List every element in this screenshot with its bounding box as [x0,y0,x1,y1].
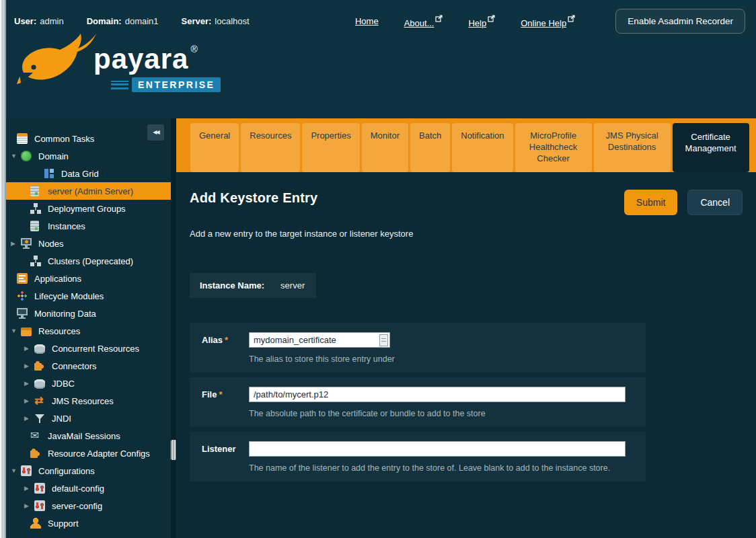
sidebar-item-applications[interactable]: Applications [6,270,171,287]
sidebar-item-common-tasks[interactable]: Common Tasks [6,130,171,147]
db-icon [34,344,45,354]
puzzle-icon [30,451,38,458]
expander-down-icon[interactable]: ▼ [10,467,21,474]
sidebar-item-label: JNDI [52,414,71,424]
nodes-icon [21,238,32,249]
server-icon [30,186,39,196]
sidebar-collapse-button[interactable]: ◀◀ [147,124,164,141]
sidebar-splitter[interactable] [171,118,176,538]
sidebar-item-configurations[interactable]: ▼Configurations [6,462,171,479]
sidebar-item-label: Applications [34,274,81,284]
expander-down-icon[interactable]: ▼ [10,153,21,159]
sidebar-item-label: default-config [52,484,104,494]
sidebar-item-label: server-config [52,501,102,511]
sliders-icon [34,483,45,494]
splitter-grip-icon[interactable] [171,440,176,460]
sidebar-item-deployment-groups[interactable]: Deployment Groups [6,200,171,217]
sidebar-item-server-config[interactable]: ▶server-config [6,497,171,514]
domain-label: Domain: [87,16,122,26]
sliders-icon [21,465,32,476]
box-icon [21,328,32,336]
navigation-tree: Common Tasks▼DomainData Gridserver (Admi… [6,118,171,532]
submit-button[interactable]: Submit [624,190,678,215]
sidebar-item-domain[interactable]: ▼Domain [6,147,171,165]
external-link-icon [568,15,575,22]
combobox-button-icon[interactable] [379,334,388,346]
field-help-text: The absolute path to the certificate or … [249,409,646,418]
sidebar-item-label: Resources [38,326,80,336]
tab-general[interactable]: General [190,123,239,172]
sidebar-item-label: Clusters (Deprecated) [48,256,133,266]
link-about[interactable]: About... [404,15,443,28]
sidebar-item-connectors[interactable]: ▶Connectors [6,357,171,375]
external-link-icon [435,15,443,22]
sidebar-item-monitoring-data[interactable]: Monitoring Data [6,305,171,322]
sidebar-item-concurrent-resources[interactable]: ▶Concurrent Resources [6,340,171,357]
expander-right-icon[interactable]: ▶ [24,415,34,422]
cluster-icon [30,256,41,266]
link-help[interactable]: Help [468,15,495,28]
window-edge-scrollbar[interactable] [0,0,6,538]
registered-mark: ® [190,44,198,54]
expander-right-icon[interactable]: ▶ [24,397,34,404]
sidebar-item-label: JDBC [52,379,75,389]
listener-input[interactable] [249,441,626,457]
payara-logo: payara® ENTERPRISE [17,32,221,97]
expander-right-icon[interactable]: ▶ [24,485,34,492]
tab-certificate-management[interactable]: Certificate Management [673,123,749,172]
person-icon [30,518,41,529]
globe-icon [21,151,32,161]
tab-microprofile-healthcheck-checker[interactable]: MicroProfile Healthcheck Checker [515,123,592,172]
sidebar-item-clusters-deprecated[interactable]: Clusters (Deprecated) [6,252,171,270]
expander-right-icon[interactable]: ▶ [24,380,34,387]
tab-jms-physical-destinations[interactable]: JMS Physical Destinations [594,123,671,172]
expander-right-icon[interactable]: ▶ [24,362,34,369]
tab-notification[interactable]: Notification [452,123,513,172]
sidebar-item-label: JMS Resources [52,396,114,406]
tab-batch[interactable]: Batch [410,123,450,172]
link-label: About... [404,18,434,28]
sidebar-item-instances[interactable]: Instances [6,217,171,235]
sidebar-item-label: Lifecycle Modules [34,291,104,301]
alias-input[interactable] [249,332,390,348]
server-icon [30,221,39,231]
cancel-button[interactable]: Cancel [687,190,743,215]
tab-properties[interactable]: Properties [302,123,359,172]
sidebar-item-lifecycle-modules[interactable]: Lifecycle Modules [6,287,171,305]
instance-name-box: Instance Name: server [190,273,316,298]
sidebar-item-resource-adapter-configs[interactable]: Resource Adapter Configs [6,445,171,462]
grid-icon [44,168,54,179]
sidebar-item-jms-resources[interactable]: ▶JMS Resources [6,392,171,410]
sidebar-item-label: Common Tasks [34,134,94,144]
expander-right-icon[interactable]: ▶ [10,240,21,247]
content-area: Add Keystore Entry Submit Cancel Add a n… [176,190,756,482]
page-subtitle: Add a new entry to the target instance o… [190,229,743,239]
sidebar-item-nodes[interactable]: ▶Nodes [6,235,171,252]
sidebar-item-data-grid[interactable]: Data Grid [6,165,171,182]
expander-down-icon[interactable]: ▼ [10,328,21,334]
expander-right-icon[interactable]: ▶ [24,502,34,509]
sidebar-item-resources[interactable]: ▼Resources [6,322,171,340]
sidebar-item-javamail-sessions[interactable]: JavaMail Sessions [6,427,171,445]
instance-name-label: Instance Name: [200,280,264,291]
sidebar-item-label: Instances [48,221,85,231]
link-label: Home [355,16,379,26]
apps-icon [17,273,28,284]
user-info: User:admin [14,16,64,26]
link-home[interactable]: Home [355,16,379,26]
instance-name-value: server [280,280,305,291]
field-help-text: The alias to store this store entry unde… [249,354,646,364]
sidebar-item-default-config[interactable]: ▶default-config [6,479,171,497]
enable-asadmin-recorder-button[interactable]: Enable Asadmin Recorder [615,9,745,34]
sidebar-item-jndi[interactable]: ▶JNDI [6,410,171,427]
tab-monitor[interactable]: Monitor [362,123,408,172]
tab-resources[interactable]: Resources [241,123,300,172]
link-online-help[interactable]: Online Help [521,15,575,28]
file-input[interactable] [249,387,626,402]
server-label: Server: [182,16,212,26]
sidebar-item-support[interactable]: Support [6,514,171,532]
expander-right-icon[interactable]: ▶ [24,345,34,352]
payara-fish-icon [17,32,103,97]
sidebar-item-server-admin-server[interactable]: server (Admin Server) [6,182,171,200]
sidebar-item-jdbc[interactable]: ▶JDBC [6,375,171,392]
